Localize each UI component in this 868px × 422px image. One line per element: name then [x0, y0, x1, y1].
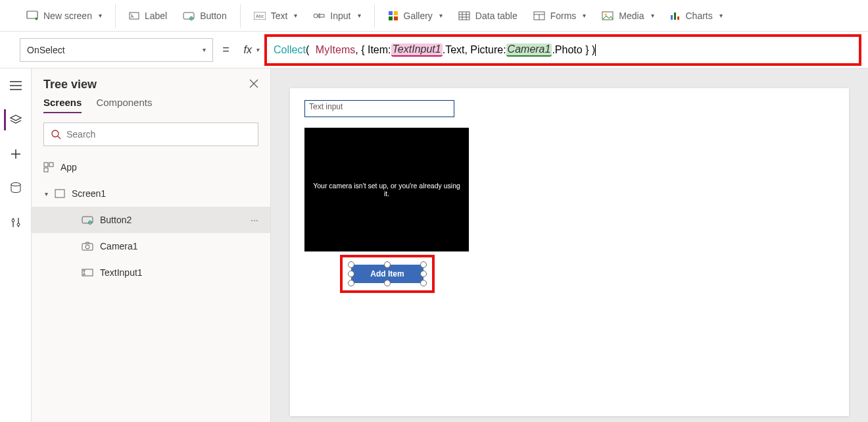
formula-token-camera: Camera1 [506, 43, 552, 57]
chevron-down-icon: ▾ [294, 12, 297, 19]
tree-tabs: Screens Components [32, 97, 270, 119]
tab-screens[interactable]: Screens [43, 97, 82, 113]
svg-rect-24 [674, 13, 676, 20]
button-icon [183, 11, 195, 20]
tree-item-button2[interactable]: Button2 ··· [32, 207, 270, 233]
chevron-down-icon: ▾ [651, 12, 654, 19]
svg-rect-13 [459, 12, 470, 20]
fx-button[interactable]: fx ▾ [239, 44, 264, 56]
canvas-page[interactable]: Text input Your camera isn't set up, or … [290, 88, 849, 416]
property-dropdown[interactable]: OnSelect ▾ [20, 38, 213, 62]
gallery-button[interactable]: Gallery ▾ [380, 0, 450, 32]
ribbon-toolbar: New screen ▾ Label Button Abc Text ▾ Inp… [0, 0, 868, 32]
charts-icon [670, 11, 681, 20]
search-input[interactable] [66, 129, 251, 140]
formula-token: ( [306, 44, 309, 56]
tree-item-label: App [60, 162, 77, 172]
label-label: Label [145, 11, 167, 21]
chevron-down-icon: ▾ [583, 12, 586, 19]
treeview-rail-button[interactable] [4, 109, 25, 130]
forms-icon [533, 11, 545, 20]
input-button[interactable]: Input ▾ [305, 0, 368, 32]
svg-point-35 [17, 223, 20, 226]
svg-point-6 [314, 14, 318, 18]
button-highlight-annotation: Add Item [340, 255, 435, 293]
button-control-selected[interactable]: Add Item [351, 265, 423, 283]
text-label: Text [271, 11, 288, 21]
resize-handle[interactable] [384, 280, 391, 286]
datatable-label: Data table [475, 11, 518, 21]
svg-rect-11 [389, 16, 393, 20]
svg-rect-7 [318, 14, 324, 17]
tree-item-label: Button2 [100, 215, 132, 225]
button-icon [82, 215, 93, 224]
tree-item-screen1[interactable]: ▾ Screen1 [32, 180, 270, 207]
main-area: Tree view Screens Components App ▾ Scree [0, 68, 868, 422]
charts-button[interactable]: Charts ▾ [662, 0, 731, 32]
svg-rect-12 [394, 16, 398, 20]
button-button[interactable]: Button [175, 0, 234, 32]
text-button[interactable]: Abc Text ▾ [246, 0, 306, 32]
input-icon [313, 12, 325, 20]
close-icon [249, 79, 258, 88]
datatable-button[interactable]: Data table [450, 0, 525, 32]
media-button[interactable]: Media ▾ [594, 0, 662, 32]
resize-handle[interactable] [420, 280, 427, 286]
resize-handle[interactable] [348, 280, 354, 286]
more-button[interactable]: ··· [251, 215, 258, 225]
insert-rail-button[interactable] [5, 144, 26, 165]
canvas-area[interactable]: Text input Your camera isn't set up, or … [271, 68, 868, 422]
forms-button[interactable]: Forms ▾ [525, 0, 594, 32]
ribbon-separator [240, 4, 241, 28]
tree-item-app[interactable]: App [32, 154, 270, 180]
ribbon-separator [115, 4, 116, 28]
formula-token: MyItems [316, 44, 355, 56]
svg-line-39 [58, 136, 60, 139]
resize-handle[interactable] [420, 261, 427, 268]
formula-token-textinput: TextInput1 [391, 43, 443, 57]
left-rail [0, 68, 32, 422]
new-screen-button[interactable]: New screen ▾ [18, 0, 110, 32]
formula-input[interactable]: Collect( MyItems, { Item: TextInput1.Tex… [264, 34, 861, 66]
label-button[interactable]: Label [121, 0, 175, 32]
resize-handle[interactable] [420, 271, 427, 277]
formula-token: Collect [274, 44, 306, 56]
resize-handle[interactable] [348, 261, 354, 268]
chevron-down-icon: ▾ [256, 46, 259, 53]
ribbon-separator [374, 4, 375, 28]
close-tree-button[interactable] [249, 79, 258, 90]
resize-handle[interactable] [348, 271, 354, 277]
svg-text:Abc: Abc [256, 14, 264, 18]
tree-view-panel: Tree view Screens Components App ▾ Scree [32, 68, 271, 422]
textinput-control[interactable]: Text input [304, 100, 454, 117]
svg-rect-43 [55, 190, 64, 198]
resize-handle[interactable] [384, 261, 391, 268]
hamburger-icon [10, 81, 22, 90]
chevron-down-icon: ▾ [439, 12, 443, 19]
svg-point-22 [605, 13, 607, 15]
svg-rect-1 [130, 13, 139, 19]
layers-icon [10, 115, 22, 125]
chevron-down-icon: ▾ [203, 46, 206, 53]
screen-icon [55, 189, 65, 198]
tree-item-camera1[interactable]: Camera1 [32, 233, 270, 259]
search-box[interactable] [43, 122, 258, 146]
tools-icon [11, 217, 21, 228]
tree-item-textinput1[interactable]: TextInput1 [32, 259, 270, 286]
text-icon: Abc [254, 12, 266, 20]
database-icon [11, 182, 21, 194]
tools-rail-button[interactable] [5, 212, 26, 233]
camera-control[interactable]: Your camera isn't set up, or you're alre… [304, 128, 469, 251]
property-value: OnSelect [27, 45, 65, 55]
gallery-label: Gallery [404, 11, 433, 21]
screen-icon [26, 11, 38, 21]
svg-point-33 [12, 219, 14, 222]
formula-bar: OnSelect ▾ = fx ▾ Collect( MyItems, { It… [0, 32, 868, 68]
forms-label: Forms [550, 11, 577, 21]
camera-message: Your camera isn't set up, or you're alre… [311, 182, 462, 198]
data-rail-button[interactable] [5, 178, 26, 199]
tab-components[interactable]: Components [96, 97, 152, 113]
tree-item-label: Screen1 [72, 188, 106, 199]
svg-rect-42 [44, 168, 48, 172]
hamburger-button[interactable] [5, 75, 26, 96]
